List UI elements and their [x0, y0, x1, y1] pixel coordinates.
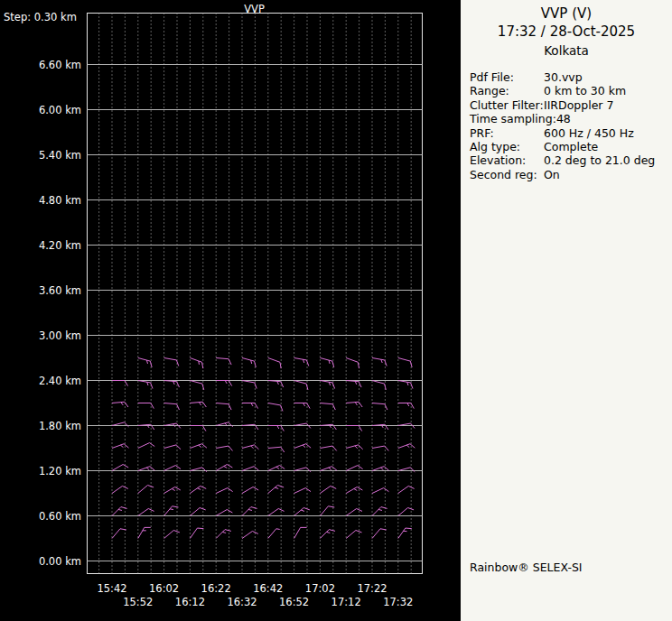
wind-barb	[242, 531, 258, 538]
wind-barb	[294, 403, 311, 409]
wind-barb	[164, 403, 180, 411]
wind-barb	[372, 529, 387, 539]
wind-barb	[242, 445, 258, 450]
wind-barb	[138, 403, 154, 409]
site-name: Kolkata	[461, 43, 672, 59]
wind-barb	[138, 508, 154, 515]
wind-barb	[372, 381, 386, 390]
info-field-value: 48	[556, 112, 571, 125]
y-axis-label: 2.40 km	[39, 375, 81, 387]
product-datetime: 17:32 / 28-Oct-2025	[461, 23, 672, 41]
wind-barb	[398, 468, 415, 472]
info-field-label: Second reg:	[470, 168, 544, 181]
x-axis-label: 16:52	[279, 596, 309, 608]
info-field-label: Range:	[470, 84, 544, 97]
x-axis-label: 15:52	[123, 596, 153, 608]
wind-barb	[112, 422, 128, 427]
wind-barb	[112, 465, 128, 471]
wind-barb	[216, 510, 232, 516]
wind-barb	[294, 527, 307, 538]
info-field-value: 0.2 deg to 21.0 deg	[544, 153, 655, 167]
wind-barb	[112, 402, 128, 407]
wind-barb	[346, 508, 362, 515]
info-field-row: Pdf File:30.vvp	[470, 70, 672, 84]
x-axis-label: 16:32	[227, 596, 257, 608]
wind-barb	[216, 422, 232, 427]
wind-barb	[294, 468, 311, 472]
x-axis-label: 16:22	[201, 582, 231, 595]
wind-barb	[320, 486, 336, 493]
wind-barb	[346, 381, 361, 388]
wind-barb	[268, 358, 281, 369]
wind-barb	[294, 488, 311, 494]
wind-barb	[190, 381, 203, 390]
chart-area: VVP Step: 0.30 km 6.60 km6.00 km5.40 km4…	[0, 0, 461, 621]
wind-barb	[398, 444, 415, 449]
info-field-row: Clutter Filter:IIRDoppler 7	[470, 98, 672, 112]
x-axis-label: 15:42	[97, 582, 126, 595]
wind-barb	[216, 446, 232, 450]
wind-barb	[346, 358, 359, 369]
wind-barb	[242, 403, 258, 409]
y-axis-label: 1.20 km	[39, 465, 81, 477]
info-field-value: IIRDoppler 7	[544, 98, 613, 112]
wind-barb	[268, 381, 284, 388]
wind-barb	[398, 528, 412, 538]
wind-barb	[320, 403, 335, 411]
wind-barb	[320, 358, 333, 367]
wind-barb	[216, 403, 231, 411]
wind-barb	[268, 486, 284, 494]
wind-barb	[164, 358, 179, 366]
branding-text: Rainbow® SELEX-SI	[470, 561, 583, 574]
wind-barb	[138, 381, 153, 389]
info-field-label: PRF:	[470, 126, 544, 140]
info-field-value: On	[544, 168, 560, 181]
info-field-row: Alg type:Complete	[470, 140, 672, 153]
wind-barb	[346, 402, 362, 407]
wind-profile-chart: 6.60 km6.00 km5.40 km4.80 km4.20 km3.60 …	[0, 0, 461, 621]
wind-barb	[346, 466, 362, 471]
info-field-row: Range:0 km to 30 km	[470, 84, 672, 97]
y-axis-label: 5.40 km	[39, 149, 81, 162]
product-parameters: Pdf File:30.vvpRange:0 km to 30 kmClutte…	[470, 70, 672, 181]
wind-barb	[112, 486, 128, 493]
y-axis-label: 6.00 km	[39, 104, 81, 116]
info-field-value: 30.vvp	[544, 70, 583, 84]
y-axis-label: 4.80 km	[39, 194, 81, 207]
wind-barb	[268, 403, 283, 412]
wind-barb	[138, 486, 154, 494]
x-axis-label: 16:02	[149, 582, 179, 595]
wind-barb	[372, 358, 387, 366]
wind-barb	[138, 358, 152, 367]
wind-barb	[164, 466, 181, 471]
x-axis-label: 17:02	[305, 582, 335, 595]
wind-barb	[242, 358, 256, 367]
wind-barb	[190, 486, 206, 493]
wind-barb	[268, 508, 285, 515]
panel-header: VVP (V) 17:32 / 28-Oct-2025 Kolkata	[461, 0, 672, 59]
wind-barb	[398, 381, 413, 389]
y-axis-label: 1.80 km	[39, 420, 81, 432]
x-axis-label: 16:42	[253, 582, 283, 595]
wind-barb	[320, 506, 334, 516]
wind-barb	[320, 381, 334, 389]
wind-barb	[164, 506, 179, 516]
wind-barb	[242, 487, 258, 494]
wind-barb	[242, 381, 257, 389]
wind-barb	[216, 465, 232, 471]
wind-barb	[372, 403, 387, 411]
wind-barb	[268, 447, 285, 452]
info-field-row: PRF:600 Hz / 450 Hz	[470, 126, 672, 140]
wind-barb	[190, 444, 207, 449]
wind-barb	[190, 528, 203, 538]
wind-barb	[320, 446, 336, 450]
wind-barb	[164, 487, 181, 494]
wind-barb	[164, 381, 180, 388]
wind-barb	[138, 527, 151, 538]
wind-barb	[346, 445, 362, 450]
y-axis-label: 3.00 km	[39, 329, 81, 342]
wind-barb	[268, 466, 285, 471]
info-field-row: Time sampling:48	[470, 112, 672, 125]
info-field-value: 600 Hz / 450 Hz	[544, 126, 634, 140]
wind-barb	[112, 444, 129, 449]
